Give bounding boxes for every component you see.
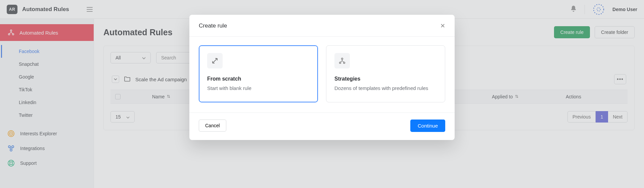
option-from-scratch[interactable]: From scratch Start with blank rule	[199, 45, 318, 102]
svg-point-13	[341, 58, 343, 60]
create-rule-modal: Create rule ✕ From scratch Start with bl…	[189, 15, 455, 140]
continue-button[interactable]: Continue	[410, 120, 445, 132]
modal-title: Create rule	[199, 22, 227, 29]
option-title: From scratch	[207, 76, 310, 82]
close-icon[interactable]: ✕	[440, 22, 445, 30]
strategies-icon	[334, 53, 350, 68]
option-desc: Start with blank rule	[207, 85, 310, 92]
option-desc: Dozens of templates with predefined rule…	[334, 85, 437, 92]
option-title: Strategies	[334, 76, 437, 82]
cancel-button[interactable]: Cancel	[199, 120, 226, 132]
modal-overlay[interactable]: Create rule ✕ From scratch Start with bl…	[0, 0, 644, 188]
option-strategies[interactable]: Strategies Dozens of templates with pred…	[326, 45, 445, 102]
arrow-expand-icon	[207, 53, 223, 68]
